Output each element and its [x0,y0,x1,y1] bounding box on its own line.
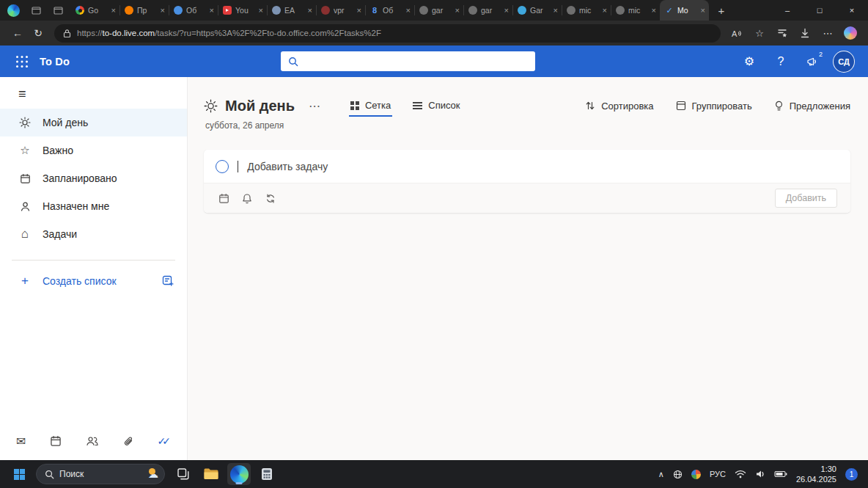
minimize-button[interactable]: – [771,0,803,21]
tab-close-icon[interactable]: × [308,6,312,15]
new-group-icon[interactable] [162,275,174,287]
pinned-tab-window-icon[interactable] [48,2,67,18]
edge-browser-icon[interactable] [227,463,251,485]
browser-tab-active[interactable]: ✓ Mo × [660,0,709,21]
sidebar-item-tasks[interactable]: ⌂ Задачи [0,220,187,248]
start-button-icon[interactable] [14,469,25,480]
browser-tab[interactable]: 8 Об × [365,0,414,21]
tab-close-icon[interactable]: × [210,6,214,15]
sidebar-item-planned[interactable]: Запланировано [0,164,187,192]
browser-tab[interactable]: Об × [169,0,218,21]
site-favicon [518,6,526,15]
tab-close-icon[interactable]: × [652,6,656,15]
tab-close-icon[interactable]: × [406,6,411,15]
add-task-button[interactable]: Добавить [775,189,837,208]
suggestions-button[interactable]: Предложения [774,101,850,112]
file-explorer-icon[interactable] [199,463,223,485]
app-launcher-icon[interactable] [16,56,28,68]
back-button[interactable]: ← [7,23,28,43]
tab-title: Go [88,6,108,15]
browser-tab[interactable]: You × [218,0,267,21]
view-list-button[interactable]: Список [411,95,461,117]
people-icon[interactable] [86,436,99,446]
sidebar-item-label: Запланировано [43,172,117,184]
language-indicator[interactable]: РУС [710,470,726,478]
tab-close-icon[interactable]: × [161,6,165,15]
sidebar-item-assigned-to-me[interactable]: Назначен мне [0,192,187,220]
network-globe-icon[interactable] [673,470,683,479]
taskbar-clock[interactable]: 1:30 26.04.2025 [796,464,836,485]
tab-title: You [235,6,255,15]
todo-app-icon[interactable]: ✓✓ [158,435,171,447]
browser-tab[interactable]: mic × [611,0,660,21]
whats-new-megaphone-icon[interactable]: 2 [801,51,823,73]
tray-app-icon[interactable] [691,470,701,479]
browser-tab[interactable]: gar × [414,0,463,21]
read-aloud-icon[interactable]: A [727,23,747,43]
browser-tab[interactable]: mic × [562,0,611,21]
browser-tab[interactable]: Gar × [512,0,562,21]
sidebar-item-my-day[interactable]: Мой день [0,109,187,136]
task-view-icon[interactable] [172,463,195,485]
avatar[interactable]: СД [833,51,855,73]
sort-button[interactable]: Сортировка [585,101,653,112]
new-tab-button[interactable]: + [712,1,731,19]
wifi-icon[interactable] [735,470,746,478]
settings-gear-icon[interactable]: ⚙ [738,51,760,73]
hidden-icons-chevron[interactable]: ∧ [658,470,664,479]
favorites-hub-icon[interactable] [772,23,792,43]
create-list-button[interactable]: + Создать список [0,266,187,296]
reminder-bell-icon[interactable] [236,188,258,208]
pinned-app-icon[interactable] [255,463,279,485]
add-task-input-row[interactable]: Добавить задачу [204,150,850,183]
maximize-button[interactable]: □ [803,0,836,21]
refresh-button[interactable]: ↻ [28,23,48,43]
group-button[interactable]: Группировать [676,101,752,112]
downloads-icon[interactable] [795,23,815,43]
volume-icon[interactable] [755,470,765,478]
copilot-icon[interactable] [840,23,861,43]
tab-close-icon[interactable]: × [259,6,263,15]
browser-menu-icon[interactable]: ⋯ [817,23,838,43]
tab-strip: Go × Пр × Об × You × ЕА × [70,0,709,21]
due-date-icon[interactable] [213,188,235,208]
tab-close-icon[interactable]: × [553,6,558,15]
tab-close-icon[interactable]: × [455,6,460,15]
tab-title: Об [186,6,206,15]
hamburger-menu-icon[interactable]: ≡ [18,87,33,102]
tab-close-icon[interactable]: × [603,6,607,15]
browser-tab[interactable]: ЕА × [267,0,316,21]
taskbar-search[interactable]: Поиск ☁ [36,464,165,484]
help-icon[interactable]: ? [770,51,792,73]
task-complete-circle-icon[interactable] [216,160,229,173]
app-search[interactable] [281,51,535,71]
tab-title: vpr [334,6,353,15]
battery-icon[interactable] [774,470,787,478]
view-grid-button[interactable]: Сетка [349,95,392,117]
tab-close-icon[interactable]: × [504,6,509,15]
repeat-icon[interactable] [260,188,282,208]
tab-close-icon[interactable]: × [111,6,116,15]
tab-close-icon[interactable]: × [701,6,705,15]
browser-tab[interactable]: vpr × [316,0,365,21]
lock-icon[interactable] [63,29,71,38]
list-options-icon[interactable]: ⋯ [305,99,324,113]
close-window-button[interactable]: × [836,0,868,21]
browser-tab[interactable]: gar × [463,0,512,21]
date: 26.04.2025 [796,474,836,484]
notification-badge[interactable]: 1 [845,468,858,481]
search-input[interactable] [304,56,528,67]
mail-icon[interactable]: ✉ [16,434,26,448]
add-favorite-icon[interactable]: ☆ [749,23,770,43]
browser-tab[interactable]: Пр × [119,0,169,21]
address-bar[interactable]: https://to-do.live.com/tasks/?ru=https%3… [54,24,721,43]
sidebar-item-important[interactable]: ☆ Важно [0,136,187,164]
edge-logo-icon[interactable] [7,4,20,17]
pinned-tab-window-icon[interactable] [26,2,45,18]
calendar-app-icon[interactable] [50,435,62,447]
weather-widget-icon[interactable]: ☁ [148,468,158,480]
tab-close-icon[interactable]: × [357,6,361,15]
browser-tab[interactable]: Go × [70,0,119,21]
site-favicon [616,6,625,15]
attachments-icon[interactable] [123,436,133,447]
